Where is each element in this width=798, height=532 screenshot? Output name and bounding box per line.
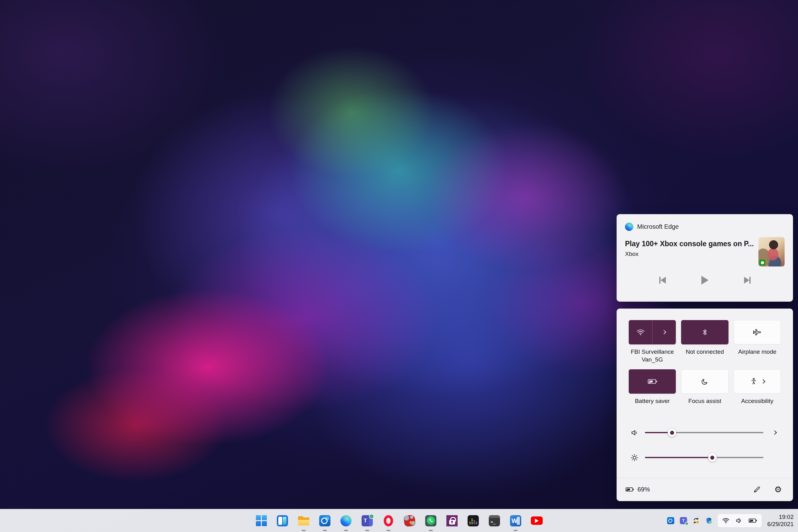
- teams-letter: T: [682, 519, 685, 523]
- edit-quick-settings-button[interactable]: [750, 483, 763, 496]
- system-tray: T✓ 19:02 6/29/2021: [666, 509, 798, 532]
- equalizer-bar: [474, 520, 475, 524]
- battery-saver-icon: [748, 517, 758, 524]
- next-track-icon: [744, 277, 750, 284]
- phone-icon: [427, 516, 435, 525]
- bar-glyph: [749, 277, 750, 284]
- running-indicator: [514, 530, 518, 531]
- wifi-icon: [722, 517, 730, 525]
- taskbar-app-whatsapp[interactable]: [420, 509, 441, 532]
- outlook-icon: [667, 517, 674, 524]
- media-title: Play 100+ Xbox console games on P...: [625, 240, 753, 248]
- start-button[interactable]: [251, 509, 272, 532]
- file-explorer-icon: [298, 516, 309, 526]
- media-flyout-card: Microsoft Edge Play 100+ Xbox console ga…: [616, 214, 793, 302]
- terminal-icon: >_: [489, 515, 500, 526]
- taskbar-app-youtube[interactable]: [526, 509, 547, 532]
- media-header: Microsoft Edge: [625, 223, 784, 231]
- media-thumbnail: [758, 237, 784, 266]
- airplane-mode-tile[interactable]: [734, 320, 781, 344]
- taskbar-app-teams[interactable]: T ✓: [357, 509, 378, 532]
- volume-slider-thumb[interactable]: [668, 429, 676, 437]
- task-view-button[interactable]: [272, 509, 293, 532]
- volume-slider[interactable]: [645, 428, 763, 437]
- tray-clock[interactable]: 19:02 6/29/2021: [767, 514, 794, 528]
- tray-quick-settings-button[interactable]: [718, 514, 762, 527]
- battery-saver-icon: [647, 378, 658, 385]
- accessibility-icon: [750, 377, 758, 385]
- volume-expand-button[interactable]: [768, 426, 781, 439]
- brightness-icon: [629, 454, 640, 462]
- next-track-button[interactable]: [740, 274, 754, 286]
- taskbar-app-word[interactable]: W: [505, 509, 526, 532]
- word-letter: W: [512, 517, 517, 524]
- previous-track-icon: [659, 277, 666, 284]
- quick-settings-panel: FBI Surveillance Van_5G Not connected Ai…: [616, 308, 793, 501]
- battery-percent-label: 69%: [638, 486, 650, 493]
- brightness-slider-thumb[interactable]: [708, 454, 717, 462]
- taskbar-app-deezer[interactable]: [462, 509, 484, 532]
- brightness-slider[interactable]: [645, 453, 763, 462]
- slider-fill: [645, 457, 712, 458]
- tray-sync-icon[interactable]: [692, 517, 700, 525]
- play-button[interactable]: [698, 274, 712, 286]
- quick-settings-sliders: [629, 423, 781, 467]
- wifi-tile[interactable]: [629, 320, 676, 344]
- moon-icon: [701, 377, 709, 385]
- play-icon: [701, 276, 708, 285]
- previous-track-button[interactable]: [656, 274, 669, 286]
- media-body: Play 100+ Xbox console games on P... Xbo…: [625, 237, 784, 266]
- taskbar: T ✓ 64: [0, 509, 798, 532]
- word-icon: W: [510, 515, 521, 526]
- task-view-icon: [277, 515, 288, 526]
- tray-teams-icon[interactable]: T✓: [679, 517, 687, 525]
- edit-pen-icon: [753, 486, 761, 494]
- battery-status[interactable]: 69%: [625, 486, 650, 493]
- security-shield-icon: [705, 517, 713, 525]
- quick-setting-accessibility: Accessibility: [734, 369, 781, 414]
- running-indicator: [344, 530, 348, 531]
- teams-icon: T ✓: [362, 515, 373, 526]
- project64-text: 64: [409, 520, 414, 525]
- terminal-prompt: >_: [491, 519, 496, 524]
- taskbar-app-enpass[interactable]: [441, 509, 462, 532]
- sync-update-icon: [692, 517, 700, 525]
- edge-icon: [625, 223, 633, 231]
- bluetooth-tile[interactable]: [681, 320, 728, 344]
- equalizer-bar: [469, 521, 471, 524]
- taskbar-app-opera[interactable]: [378, 509, 399, 532]
- youtube-play-shape: [531, 516, 543, 525]
- triangle-glyph: [661, 277, 666, 284]
- chevron-right-icon: [773, 431, 777, 435]
- opera-icon: [382, 515, 394, 527]
- whatsapp-icon: [425, 515, 436, 526]
- triangle-glyph: [744, 277, 749, 284]
- settings-gear-icon: ⚙: [774, 485, 782, 494]
- teams-icon: T✓: [680, 517, 687, 524]
- wifi-toggle[interactable]: [629, 320, 652, 344]
- taskbar-app-edge[interactable]: [336, 509, 357, 532]
- triangle-glyph: [701, 276, 708, 285]
- taskbar-apps: T ✓ 64: [251, 509, 547, 532]
- taskbar-app-project64[interactable]: 64: [399, 509, 420, 532]
- quick-setting-focus-assist: Focus assist: [681, 369, 728, 414]
- settings-button[interactable]: ⚙: [772, 483, 784, 496]
- media-subtitle: Xbox: [625, 251, 753, 258]
- running-indicator: [365, 530, 369, 531]
- quick-settings-tiles: FBI Surveillance Van_5G Not connected Ai…: [629, 320, 781, 414]
- tray-outlook-icon[interactable]: [666, 517, 674, 525]
- taskbar-app-outlook[interactable]: [314, 509, 336, 532]
- equalizer-bar: [476, 521, 477, 524]
- accessibility-tile[interactable]: [734, 369, 781, 394]
- brightness-control-row: [629, 449, 781, 467]
- bluetooth-icon: [701, 328, 709, 336]
- teams-letter: T: [362, 515, 369, 526]
- opera-ring: [384, 515, 393, 526]
- tray-security-icon[interactable]: [705, 517, 713, 525]
- tile-label: FBI Surveillance Van_5G: [629, 348, 676, 365]
- taskbar-app-terminal[interactable]: >_: [484, 509, 505, 532]
- wifi-expand-button[interactable]: [652, 320, 676, 344]
- focus-assist-tile[interactable]: [681, 369, 728, 394]
- battery-saver-tile[interactable]: [629, 369, 676, 394]
- taskbar-app-file-explorer[interactable]: [293, 509, 314, 532]
